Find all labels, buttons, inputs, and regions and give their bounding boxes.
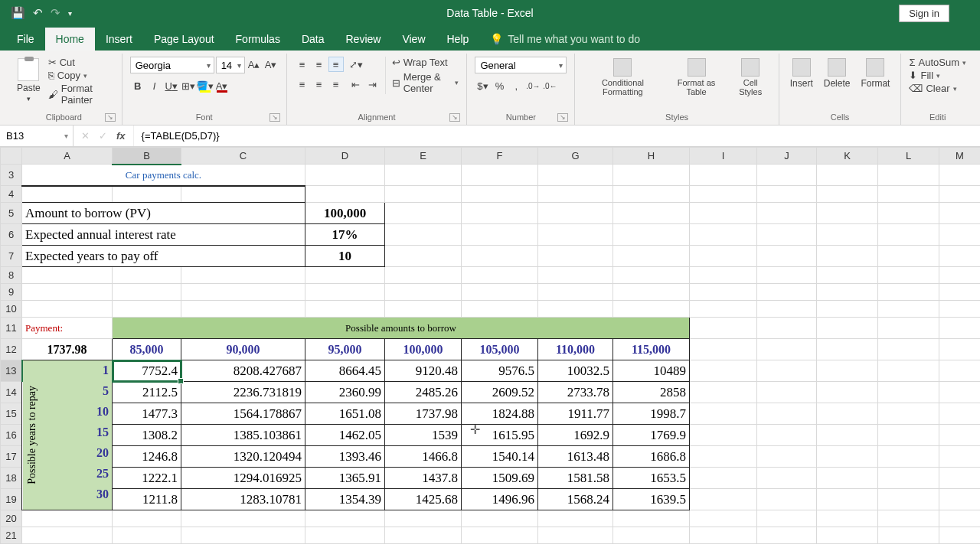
row-header[interactable]: 8	[1, 267, 22, 284]
align-bottom-icon[interactable]: ≡	[328, 57, 344, 72]
cell-data[interactable]: 1477.3	[113, 403, 181, 425]
cell-year[interactable]: 30	[96, 487, 109, 501]
column-header[interactable]: J	[757, 148, 817, 165]
fill-button[interactable]: ⬇Fill▾	[909, 70, 966, 81]
cell-data[interactable]: 1651.08	[305, 403, 385, 425]
cell-data[interactable]: 1211.8	[113, 489, 181, 510]
cell-data[interactable]: 1354.39	[305, 489, 385, 510]
underline-button[interactable]: U▾	[164, 78, 179, 93]
cell-amount-header[interactable]: 90,000	[181, 339, 305, 360]
cancel-icon[interactable]: ✕	[81, 130, 90, 142]
row-header[interactable]: 19	[1, 489, 22, 510]
cell-data[interactable]: 8208.427687	[181, 360, 305, 382]
orientation-icon[interactable]: ⤢▾	[348, 57, 364, 72]
cell-year[interactable]: 25	[96, 467, 109, 481]
row-header[interactable]: 11	[1, 318, 22, 339]
redo-icon[interactable]: ↷	[51, 6, 60, 20]
cell-data[interactable]: 1686.8	[613, 446, 690, 468]
cell-data[interactable]: 7752.4	[113, 360, 181, 382]
cell-data[interactable]: 1294.016925	[181, 468, 305, 489]
row-header[interactable]: 14	[1, 382, 22, 403]
cell-data[interactable]: 1496.96	[462, 489, 538, 510]
cell-data[interactable]: 1581.58	[538, 468, 613, 489]
font-size-select[interactable]: 14	[216, 57, 245, 73]
row-header[interactable]: 12	[1, 339, 22, 360]
comma-format-icon[interactable]: ,	[508, 78, 524, 93]
cell-data[interactable]: 1653.5	[613, 468, 690, 489]
tab-insert[interactable]: Insert	[95, 28, 143, 51]
cell-data[interactable]: 1539	[385, 425, 462, 446]
fill-color-button[interactable]: 🪣▾	[198, 78, 213, 93]
cell-payment-label[interactable]: Payment:	[22, 318, 113, 339]
cell-data[interactable]: 1568.24	[538, 489, 613, 510]
format-cells-button[interactable]: Format	[858, 57, 893, 90]
cell-data[interactable]: 1564.178867	[181, 403, 305, 425]
column-header[interactable]: F	[462, 148, 538, 165]
cell-data[interactable]: 1425.68	[385, 489, 462, 510]
wrap-text-button[interactable]: ↩Wrap Text	[392, 57, 459, 68]
signin-button[interactable]: Sign in	[899, 5, 949, 22]
increase-indent-icon[interactable]: ⇥	[365, 77, 381, 92]
column-header[interactable]: E	[385, 148, 462, 165]
insert-cells-button[interactable]: Insert	[787, 57, 816, 90]
dialog-launcher-icon[interactable]: ↘	[557, 113, 568, 122]
cell-data[interactable]: 2485.26	[385, 382, 462, 403]
tab-page-layout[interactable]: Page Layout	[143, 28, 225, 51]
cell-data[interactable]: 2112.5	[113, 382, 181, 403]
accounting-format-icon[interactable]: $▾	[475, 78, 490, 93]
cell-label[interactable]: Expected years to pay off	[22, 246, 305, 267]
cell-label[interactable]: Expected annual interest rate	[22, 224, 305, 246]
column-header[interactable]: B	[113, 148, 181, 165]
borders-button[interactable]: ⊞▾	[181, 78, 196, 93]
tab-review[interactable]: Review	[335, 28, 392, 51]
column-header[interactable]: C	[181, 148, 305, 165]
decrease-font-icon[interactable]: A▾	[263, 57, 279, 72]
clear-button[interactable]: ⌫Clear▾	[909, 83, 966, 94]
cell-data[interactable]: 1462.05	[305, 425, 385, 446]
column-header[interactable]: A	[22, 148, 113, 165]
cell-data[interactable]: 1437.8	[385, 468, 462, 489]
italic-button[interactable]: I	[147, 78, 162, 93]
row-header[interactable]: 7	[1, 246, 22, 267]
column-header[interactable]: D	[305, 148, 385, 165]
font-name-select[interactable]: Georgia	[130, 57, 214, 73]
align-right-icon[interactable]: ≡	[328, 77, 344, 92]
qat-customize-icon[interactable]: ▾	[68, 9, 72, 18]
cell-year[interactable]: 1	[103, 364, 109, 377]
cell-years-label[interactable]: Possible years to repay151015202530	[22, 360, 113, 510]
tab-file[interactable]: File	[6, 28, 45, 51]
align-center-icon[interactable]: ≡	[312, 77, 327, 92]
column-header[interactable]: G	[538, 148, 613, 165]
cell-data[interactable]: 1385.103861	[181, 425, 305, 446]
fx-icon[interactable]: fx	[116, 130, 126, 142]
cell-data[interactable]: 1540.14	[462, 446, 538, 468]
tab-data[interactable]: Data	[291, 28, 335, 51]
cell-year[interactable]: 20	[96, 446, 109, 460]
cell-data[interactable]: 9120.48	[385, 360, 462, 382]
format-painter-button[interactable]: 🖌Format Painter	[48, 83, 114, 106]
cell-data[interactable]: 1769.9	[613, 425, 690, 446]
cell-data[interactable]: 1998.7	[613, 403, 690, 425]
cell-amount-header[interactable]: 100,000	[385, 339, 462, 360]
paste-button[interactable]: Paste ▾	[14, 57, 44, 104]
row-header[interactable]: 13	[1, 360, 22, 382]
cell-value[interactable]: 100,000	[305, 203, 385, 224]
tab-help[interactable]: Help	[436, 28, 480, 51]
row-header[interactable]: 3	[1, 165, 22, 186]
column-header[interactable]: H	[613, 148, 690, 165]
cell-styles-button[interactable]: Cell Styles	[730, 57, 771, 98]
row-header[interactable]: 4	[1, 186, 22, 203]
cell-amount-header[interactable]: 110,000	[538, 339, 613, 360]
column-header[interactable]: L	[878, 148, 939, 165]
row-header[interactable]: 5	[1, 203, 22, 224]
cell-value[interactable]: 17%	[305, 224, 385, 246]
cell-data[interactable]: 10032.5	[538, 360, 613, 382]
cell-data[interactable]: 2360.99	[305, 382, 385, 403]
cell-data[interactable]: 1824.88	[462, 403, 538, 425]
select-all-corner[interactable]	[1, 148, 22, 165]
dialog-launcher-icon[interactable]: ↘	[105, 113, 116, 122]
cell-data[interactable]: 1308.2	[113, 425, 181, 446]
cell-year[interactable]: 10	[96, 405, 109, 419]
cell-data[interactable]: 2609.52	[462, 382, 538, 403]
conditional-formatting-button[interactable]: Conditional Formatting	[583, 57, 662, 98]
